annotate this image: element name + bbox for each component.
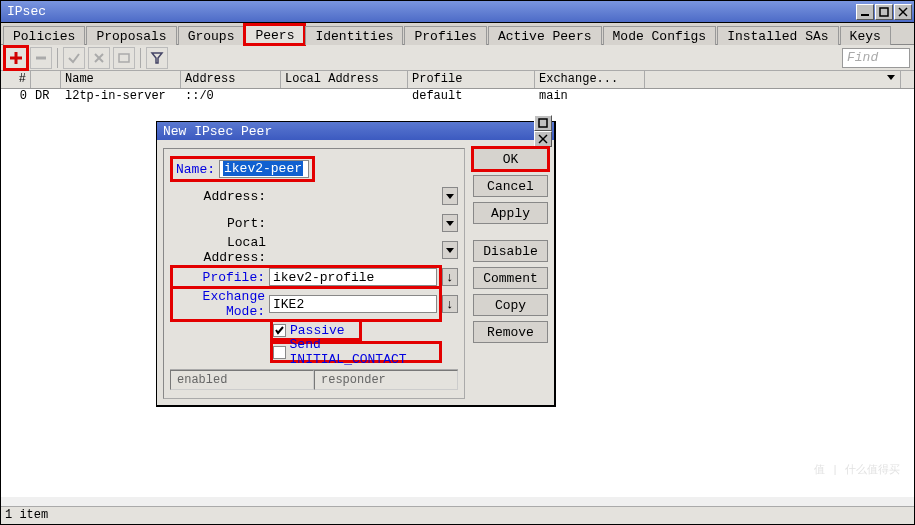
svg-rect-9: [119, 54, 129, 62]
comment-button[interactable]: Comment: [473, 267, 548, 289]
col-profile[interactable]: Profile: [408, 71, 535, 88]
tab-groups[interactable]: Groups: [178, 26, 245, 45]
dialog-title: New IPsec Peer: [163, 124, 272, 139]
dialog-status-responder: responder: [314, 370, 458, 390]
exchange-dropdown[interactable]: [442, 295, 458, 313]
dropdown-icon[interactable]: [886, 72, 896, 82]
passive-label: Passive: [290, 323, 345, 338]
toolbar: Find: [1, 45, 914, 71]
cell-local-address: [281, 89, 408, 105]
profile-dropdown[interactable]: [442, 268, 458, 286]
dialog-form: Name: ikev2-peer Address: Port: Local Ad…: [163, 148, 465, 399]
tab-proposals[interactable]: Proposals: [86, 26, 176, 45]
dialog-close-button[interactable]: [534, 131, 552, 147]
send-initial-label: Send INITIAL_CONTACT: [290, 337, 439, 367]
minimize-button[interactable]: [856, 4, 874, 20]
passive-checkbox[interactable]: [273, 324, 286, 337]
tab-bar: Policies Proposals Groups Peers Identiti…: [1, 23, 914, 45]
dialog-status-enabled: enabled: [170, 370, 314, 390]
address-label: Address:: [170, 189, 270, 204]
col-flag[interactable]: [31, 71, 61, 88]
svg-rect-12: [539, 119, 547, 127]
tab-identities[interactable]: Identities: [305, 26, 403, 45]
tab-installed-sas[interactable]: Installed SAs: [717, 26, 838, 45]
window-titlebar: IPsec: [1, 1, 914, 23]
cell-flag: DR: [31, 89, 61, 105]
port-label: Port:: [170, 216, 270, 231]
separator: [140, 48, 141, 68]
cell-name: l2tp-in-server: [61, 89, 181, 105]
add-button[interactable]: [5, 47, 27, 69]
cell-exchange: main: [535, 89, 645, 105]
profile-label: Profile:: [175, 270, 269, 285]
col-local-address[interactable]: Local Address: [281, 71, 408, 88]
cell-profile: default: [408, 89, 535, 105]
svg-rect-1: [880, 8, 888, 16]
maximize-button[interactable]: [875, 4, 893, 20]
dialog-maximize-button[interactable]: [534, 115, 552, 131]
disable-button[interactable]: [88, 47, 110, 69]
remove-button[interactable]: [30, 47, 52, 69]
filter-button[interactable]: [146, 47, 168, 69]
watermark: 值 | 什么值得买: [790, 462, 900, 502]
name-input[interactable]: ikev2-peer: [219, 160, 309, 178]
cancel-button[interactable]: Cancel: [473, 175, 548, 197]
comment-button[interactable]: [113, 47, 135, 69]
profile-input[interactable]: [269, 268, 437, 286]
separator: [57, 48, 58, 68]
name-label: Name:: [176, 162, 219, 177]
status-text: 1 item: [5, 508, 48, 522]
exchange-input[interactable]: [269, 295, 437, 313]
copy-button[interactable]: Copy: [473, 294, 548, 316]
status-bar: 1 item: [1, 506, 914, 524]
dialog-titlebar[interactable]: New IPsec Peer: [157, 122, 554, 140]
cell-address: ::/0: [181, 89, 281, 105]
tab-policies[interactable]: Policies: [3, 26, 85, 45]
col-name[interactable]: Name: [61, 71, 181, 88]
enable-button[interactable]: [63, 47, 85, 69]
col-extra[interactable]: [645, 71, 901, 88]
svg-marker-11: [887, 75, 895, 80]
address-dropdown[interactable]: [442, 187, 458, 205]
col-address[interactable]: Address: [181, 71, 281, 88]
tab-peers[interactable]: Peers: [245, 25, 304, 44]
send-initial-checkbox[interactable]: [273, 346, 286, 359]
dialog-new-peer: New IPsec Peer Name: ikev2-peer Address:: [156, 121, 556, 407]
window-title: IPsec: [7, 4, 46, 19]
port-dropdown[interactable]: [442, 214, 458, 232]
disable-button[interactable]: Disable: [473, 240, 548, 262]
tab-mode-configs[interactable]: Mode Configs: [603, 26, 717, 45]
col-num[interactable]: #: [1, 71, 31, 88]
table-header: # Name Address Local Address Profile Exc…: [1, 71, 914, 89]
apply-button[interactable]: Apply: [473, 202, 548, 224]
tab-active-peers[interactable]: Active Peers: [488, 26, 602, 45]
table-row[interactable]: 0 DR l2tp-in-server ::/0 default main: [1, 89, 914, 105]
svg-marker-10: [152, 53, 162, 63]
remove-button-dialog[interactable]: Remove: [473, 321, 548, 343]
local-address-label: Local Address:: [170, 235, 270, 265]
exchange-label: Exchange Mode:: [175, 289, 269, 319]
col-exchange[interactable]: Exchange...: [535, 71, 645, 88]
ok-button[interactable]: OK: [473, 148, 548, 170]
local-address-dropdown[interactable]: [442, 241, 458, 259]
cell-num: 0: [1, 89, 31, 105]
tab-keys[interactable]: Keys: [840, 26, 891, 45]
tab-profiles[interactable]: Profiles: [404, 26, 486, 45]
find-input[interactable]: Find: [842, 48, 910, 68]
close-button[interactable]: [894, 4, 912, 20]
